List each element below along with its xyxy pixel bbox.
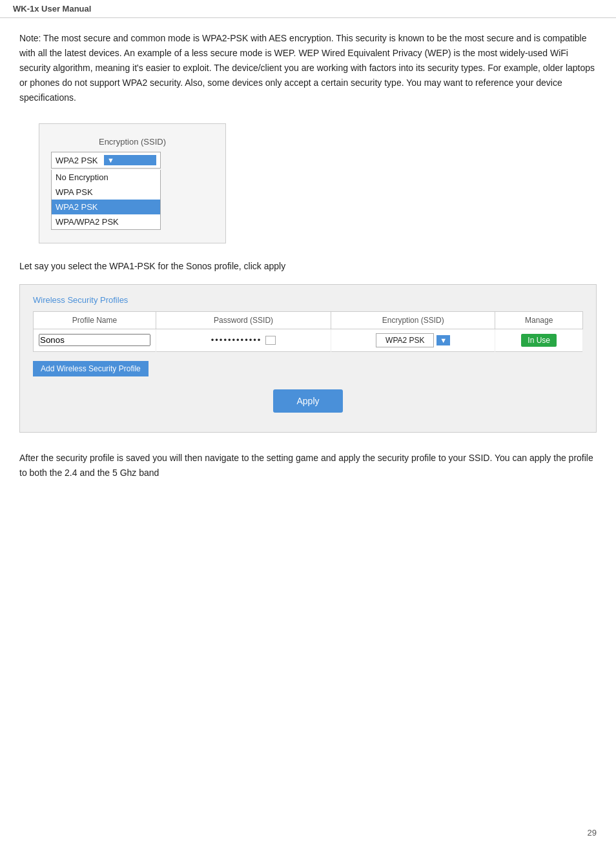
- wsp-container: Wireless Security Profiles Profile Name …: [19, 284, 597, 433]
- profile-name-cell: [34, 329, 156, 351]
- dropdown-selected-text: WPA2 PSK: [56, 156, 101, 165]
- in-use-badge: In Use: [521, 334, 557, 347]
- wsp-table: Profile Name Password (SSID) Encryption …: [33, 311, 583, 352]
- dropdown-option-no-encryption[interactable]: No Encryption: [52, 170, 160, 185]
- dropdown-option-wpa-wpa2-psk[interactable]: WPA/WPA2 PSK: [52, 214, 160, 229]
- page-number: 29: [588, 828, 597, 838]
- dropdown-selected-item[interactable]: WPA2 PSK ▼: [51, 152, 161, 169]
- apply-btn-container: Apply: [33, 389, 583, 413]
- dropdown-option-wpa2-psk[interactable]: WPA2 PSK: [52, 200, 160, 214]
- encryption-cell-td: WPA2 PSK ▼: [331, 329, 495, 351]
- col-header-profile-name: Profile Name: [34, 311, 156, 329]
- apply-button[interactable]: Apply: [273, 389, 342, 413]
- manage-cell: In Use: [495, 329, 583, 351]
- encryption-ssid-label: Encryption (SSID): [51, 137, 214, 147]
- dropdown-arrow-icon[interactable]: ▼: [104, 155, 156, 165]
- dropdown-screenshot-panel: Encryption (SSID) WPA2 PSK ▼ No Encrypti…: [39, 123, 226, 243]
- col-header-manage: Manage: [495, 311, 583, 329]
- password-cell: ••••••••••••: [156, 329, 331, 351]
- header-title: WK-1x User Manual: [13, 4, 91, 14]
- dropdown-list: No Encryption WPA PSK WPA2 PSK WPA/WPA2 …: [51, 170, 161, 230]
- col-header-encryption: Encryption (SSID): [331, 311, 495, 329]
- wsp-title: Wireless Security Profiles: [33, 295, 583, 305]
- note-paragraph: Note: The most secure and common mode is…: [19, 31, 597, 105]
- main-content: Note: The most secure and common mode is…: [0, 18, 616, 500]
- after-text-paragraph: After the security profile is saved you …: [19, 451, 597, 480]
- encryption-dropdown-arrow[interactable]: ▼: [436, 335, 450, 345]
- add-wireless-security-profile-button[interactable]: Add Wireless Security Profile: [33, 361, 149, 376]
- page-header: WK-1x User Manual: [0, 0, 616, 18]
- password-dots: ••••••••••••: [211, 335, 262, 345]
- table-row: •••••••••••• WPA2 PSK ▼ In Use: [34, 329, 583, 351]
- eye-icon[interactable]: [265, 336, 276, 345]
- dropdown-option-wpa-psk[interactable]: WPA PSK: [52, 185, 160, 200]
- profile-name-input[interactable]: [39, 334, 150, 346]
- encryption-dropdown[interactable]: WPA2 PSK: [376, 333, 434, 347]
- page-footer: 29: [588, 828, 597, 838]
- instruction-text: Let say you select the WPA1-PSK for the …: [19, 259, 597, 273]
- col-header-password: Password (SSID): [156, 311, 331, 329]
